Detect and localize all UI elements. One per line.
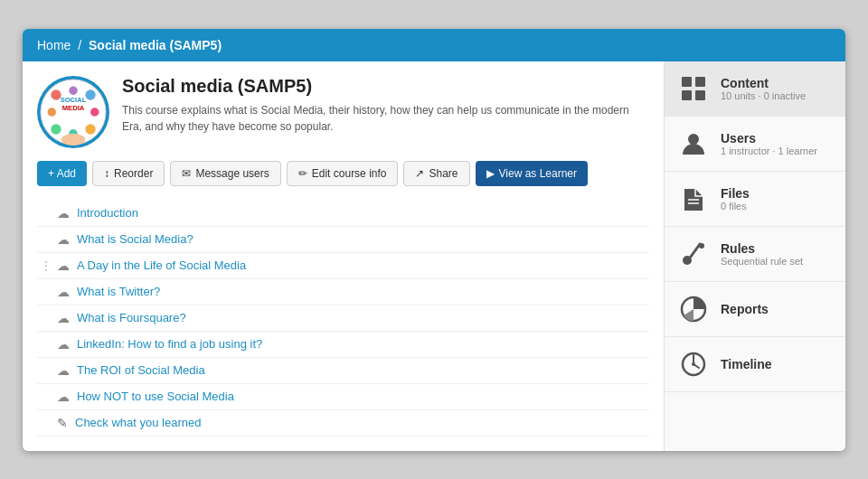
svg-rect-14	[682, 90, 692, 100]
svg-point-16	[688, 134, 699, 145]
list-item[interactable]: ☁What is Social Media?	[37, 227, 649, 253]
share-button[interactable]: ↗ Share	[403, 161, 469, 186]
main-card: Home / Social media (SAMP5) SOCIAL MEDIA	[23, 29, 845, 451]
sidebar-label-content: Content	[721, 76, 806, 90]
list-item[interactable]: ☁What is Foursquare?	[37, 305, 649, 332]
toolbar: + Add ↕ Reorder ✉ Message users ✏ Edit c…	[37, 161, 649, 186]
unit-icon: ☁	[57, 311, 70, 325]
list-item[interactable]: ✎Check what you learned	[37, 410, 649, 437]
sidebar-label-users: Users	[721, 131, 817, 146]
rules-icon	[677, 238, 710, 270]
reorder-button[interactable]: ↕ Reorder	[92, 161, 165, 186]
sidebar-item-reports[interactable]: Reports	[665, 282, 845, 337]
unit-label[interactable]: LinkedIn: How to find a job using it?	[77, 337, 262, 351]
home-link[interactable]: Home	[37, 38, 71, 52]
svg-point-10	[90, 108, 99, 117]
files-icon	[677, 183, 710, 215]
sidebar-text-users: Users1 instructor · 1 learner	[721, 131, 817, 156]
share-label: Share	[429, 167, 458, 180]
sidebar-item-timeline[interactable]: Timeline	[665, 337, 845, 392]
edit-course-info-label: Edit course info	[312, 167, 387, 180]
left-panel: SOCIAL MEDIA	[23, 61, 665, 451]
list-item[interactable]: ☁LinkedIn: How to find a job using it?	[37, 332, 649, 358]
unit-label[interactable]: A Day in the Life of Social Media	[77, 258, 246, 272]
unit-icon: ☁	[57, 232, 70, 247]
svg-point-25	[692, 362, 695, 366]
list-item[interactable]: ☁What is Twitter?	[37, 279, 649, 305]
course-description: This course explains what is Social Medi…	[122, 102, 649, 135]
sidebar-sub-content: 10 units · 0 inactive	[721, 90, 806, 101]
svg-rect-12	[682, 77, 692, 87]
list-item[interactable]: ☁The ROI of Social Media	[37, 358, 649, 384]
sidebar-text-rules: RulesSequential rule set	[721, 241, 803, 267]
unit-icon: ☁	[57, 363, 70, 378]
timeline-icon	[677, 348, 710, 380]
svg-rect-13	[695, 77, 705, 87]
sidebar-label-reports: Reports	[721, 302, 769, 316]
list-item[interactable]: ☁Introduction	[37, 201, 649, 227]
message-users-label: Message users	[195, 167, 269, 180]
sidebar-text-files: Files0 files	[721, 186, 750, 211]
sidebar-item-users[interactable]: Users1 instructor · 1 learner	[665, 117, 845, 172]
course-title: Social media (SAMP5)	[122, 76, 649, 97]
header-bar: Home / Social media (SAMP5)	[23, 29, 845, 61]
svg-point-20	[699, 243, 704, 249]
edit-course-info-button[interactable]: ✏ Edit course info	[287, 161, 399, 186]
sidebar-item-content[interactable]: Content10 units · 0 inactive	[665, 61, 845, 117]
sidebar-sub-files: 0 files	[721, 201, 750, 211]
right-sidebar: Content10 units · 0 inactive Users1 inst…	[665, 61, 845, 451]
sidebar-text-reports: Reports	[721, 302, 769, 316]
reorder-label: Reorder	[114, 167, 153, 180]
add-button[interactable]: + Add	[37, 161, 87, 186]
sidebar-text-timeline: Timeline	[721, 357, 772, 371]
unit-label[interactable]: Introduction	[77, 206, 138, 220]
view-icon: ▶	[486, 167, 495, 180]
unit-label[interactable]: How NOT to use Social Media	[77, 390, 234, 403]
unit-label[interactable]: The ROI of Social Media	[77, 363, 205, 377]
breadcrumb-separator: /	[78, 38, 81, 52]
svg-point-5	[51, 124, 61, 134]
unit-icon: ☁	[57, 390, 70, 404]
list-item[interactable]: ☁How NOT to use Social Media	[37, 384, 649, 410]
message-users-button[interactable]: ✉ Message users	[170, 161, 280, 186]
sidebar-item-files[interactable]: Files0 files	[665, 172, 845, 227]
course-thumbnail: SOCIAL MEDIA	[37, 76, 109, 148]
users-icon	[677, 127, 710, 160]
unit-icon: ☁	[57, 206, 70, 221]
svg-text:SOCIAL: SOCIAL	[61, 95, 87, 103]
unit-icon: ☁	[57, 285, 70, 299]
view-as-learner-label: View as Learner	[499, 167, 578, 180]
reorder-icon: ↕	[104, 167, 109, 180]
list-item[interactable]: ⋮☁A Day in the Life of Social Media	[37, 253, 649, 279]
svg-text:MEDIA: MEDIA	[62, 104, 85, 112]
units-list: ☁Introduction☁What is Social Media?⋮☁A D…	[37, 201, 649, 437]
course-info-row: SOCIAL MEDIA	[37, 76, 649, 148]
message-icon: ✉	[182, 167, 191, 180]
view-as-learner-button[interactable]: ▶ View as Learner	[476, 161, 589, 186]
course-text: Social media (SAMP5) This course explain…	[122, 76, 649, 135]
unit-icon: ☁	[57, 337, 70, 352]
svg-point-6	[85, 124, 95, 134]
svg-point-4	[85, 89, 95, 99]
content-icon	[677, 72, 710, 105]
svg-rect-15	[695, 90, 705, 100]
sidebar-sub-rules: Sequential rule set	[721, 256, 803, 267]
sidebar-label-files: Files	[721, 186, 750, 201]
quiz-icon: ✎	[57, 416, 68, 430]
sidebar-label-timeline: Timeline	[721, 357, 772, 371]
drag-handle[interactable]: ⋮	[41, 259, 50, 272]
sidebar-sub-users: 1 instructor · 1 learner	[721, 146, 817, 156]
sidebar-item-rules[interactable]: RulesSequential rule set	[665, 227, 845, 282]
reports-icon	[677, 293, 710, 325]
unit-label[interactable]: What is Twitter?	[77, 285, 160, 298]
share-icon: ↗	[415, 167, 424, 180]
sidebar-label-rules: Rules	[721, 241, 803, 256]
main-layout: SOCIAL MEDIA	[23, 61, 845, 451]
svg-point-11	[61, 133, 86, 145]
unit-label[interactable]: What is Social Media?	[77, 232, 193, 246]
edit-icon: ✏	[298, 167, 307, 180]
svg-point-3	[51, 89, 61, 99]
unit-label[interactable]: Check what you learned	[75, 416, 201, 429]
unit-label[interactable]: What is Foursquare?	[77, 311, 186, 324]
unit-icon: ☁	[57, 258, 70, 273]
